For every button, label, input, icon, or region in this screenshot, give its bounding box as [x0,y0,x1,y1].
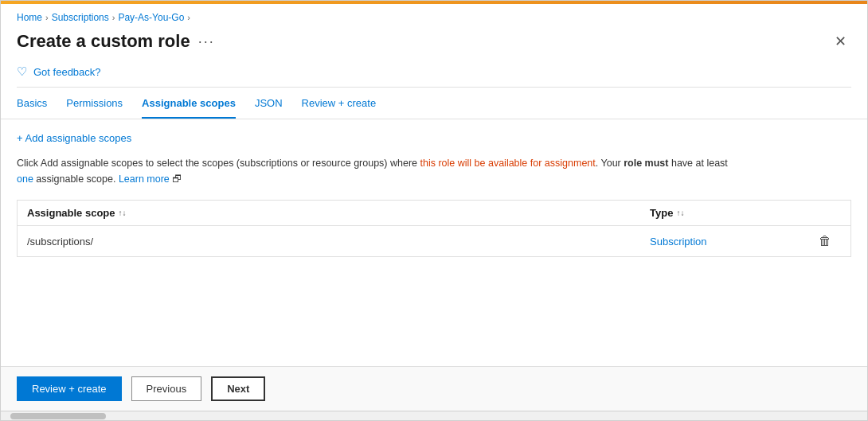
tab-assignable-scopes[interactable]: Assignable scopes [142,97,236,119]
info-text-1: Click Add assignable scopes to select th… [17,158,420,169]
cell-action: 🗑 [809,232,841,250]
feedback-bar: ♡ Got feedback? [1,60,867,87]
review-create-button[interactable]: Review + create [17,376,122,401]
info-text-2: . Your [596,158,624,169]
next-button[interactable]: Next [211,376,265,401]
tab-permissions[interactable]: Permissions [66,97,123,119]
col-scope-label: Assignable scope [27,207,115,219]
main-content: + Add assignable scopes Click Add assign… [1,119,867,366]
table-header-row: Assignable scope ↑↓ Type ↑↓ [18,201,850,226]
cell-scope-value: /subscriptions/ [27,236,650,248]
page-title: Create a custom role [17,31,190,52]
sort-type-icon[interactable]: ↑↓ [676,209,684,217]
close-button[interactable]: ✕ [830,31,851,52]
cell-type-value: Subscription [650,236,809,248]
tab-review-create[interactable]: Review + create [302,97,377,119]
feedback-text[interactable]: Got feedback? [33,66,101,78]
footer-bar: Review + create Previous Next [1,366,867,411]
breadcrumb-subscriptions[interactable]: Subscriptions [52,12,109,23]
breadcrumb-home[interactable]: Home [17,12,42,23]
col-type-label: Type [650,207,673,219]
scopes-table: Assignable scope ↑↓ Type ↑↓ /subscriptio… [17,200,851,257]
breadcrumb-payasyougo[interactable]: Pay-As-You-Go [118,12,184,23]
table-row: /subscriptions/ Subscription 🗑 [18,226,850,256]
tab-bar: Basics Permissions Assignable scopes JSO… [1,88,867,119]
info-highlight-blue: one [17,173,33,185]
breadcrumb-sep-2: › [112,13,115,22]
more-options-icon[interactable]: ··· [198,33,215,50]
info-highlight-orange: this role will be available for assignme… [420,158,596,169]
breadcrumb-sep-1: › [45,13,49,22]
header-left: Create a custom role ··· [17,31,215,52]
col-header-scope: Assignable scope ↑↓ [27,207,650,219]
previous-button[interactable]: Previous [131,376,202,401]
add-assignable-scopes-link[interactable]: + Add assignable scopes [17,132,131,144]
scrollbar-thumb[interactable] [10,413,106,419]
main-window: Home › Subscriptions › Pay-As-You-Go › C… [0,0,868,421]
delete-row-button[interactable]: 🗑 [815,232,835,250]
sort-scope-icon[interactable]: ↑↓ [119,209,127,217]
col-header-action [809,207,841,219]
heart-icon: ♡ [17,64,27,79]
info-highlight-bold: role must [624,158,668,169]
info-paragraph: Click Add assignable scopes to select th… [17,155,733,187]
info-text-3: have at least [668,158,727,169]
col-header-type: Type ↑↓ [650,207,809,219]
tab-basics[interactable]: Basics [17,97,47,119]
breadcrumb-sep-3: › [187,13,190,22]
learn-more-link[interactable]: Learn more [119,173,170,185]
page-header: Create a custom role ··· ✕ [1,28,867,60]
breadcrumb: Home › Subscriptions › Pay-As-You-Go › [1,4,867,28]
horizontal-scrollbar[interactable] [1,411,867,420]
tab-json[interactable]: JSON [255,97,283,119]
info-text-4: assignable scope. [33,173,119,185]
